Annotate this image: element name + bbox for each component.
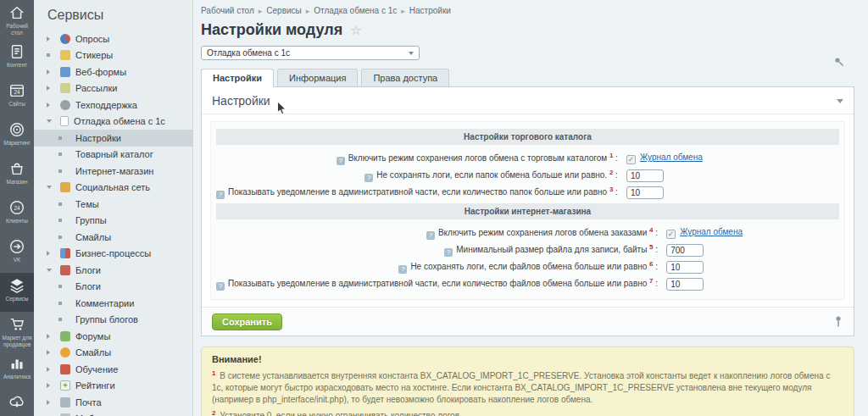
- setting-input-7[interactable]: [666, 278, 704, 291]
- sidebar-item-label: Рейтинги: [75, 380, 115, 391]
- sidebar-item[interactable]: Темы: [34, 196, 192, 213]
- sidebar-item[interactable]: Группы блогов: [34, 312, 192, 329]
- footnote-number: 2: [212, 409, 215, 416]
- breadcrumb: Рабочий стол▸Сервисы▸Отладка обмена с 1с…: [201, 6, 854, 15]
- sidebar-item[interactable]: Веб-формы: [34, 64, 192, 80]
- setting-input-5[interactable]: [666, 244, 704, 257]
- breadcrumb-link[interactable]: Рабочий стол: [201, 6, 254, 15]
- sidebar-item-label: Блоги: [75, 281, 101, 291]
- setting-label: ?Включить режим сохранения логов обмена …: [216, 225, 661, 241]
- sidebar-item[interactable]: Форумы: [34, 328, 192, 345]
- settings-row: ?Показывать уведомление в административн…: [216, 275, 839, 292]
- bizproc-icon: [60, 248, 70, 258]
- rail-item-label: Рабочий стол: [0, 23, 34, 36]
- services-icon: [8, 277, 25, 294]
- footnote-number: 3: [609, 186, 613, 193]
- sidebar-item[interactable]: Блоги: [34, 279, 192, 296]
- sidebar-item[interactable]: Смайлы: [34, 229, 192, 246]
- sidebar-item[interactable]: Опросы: [34, 31, 192, 47]
- bullet-icon: [58, 169, 67, 173]
- hint-icon[interactable]: ?: [337, 157, 345, 165]
- tab-item[interactable]: Права доступа: [361, 69, 449, 86]
- hint-icon[interactable]: ?: [364, 174, 373, 182]
- collapse-chevron-icon[interactable]: [837, 99, 843, 103]
- sidebar-item-label: Рассылки: [75, 83, 117, 93]
- warning-notes: 1 В системе устанавливается внутренняя к…: [212, 368, 843, 416]
- rail-item-market[interactable]: Маркет для продавцов: [0, 312, 34, 351]
- settings-row: ?Не сохранять логи, если папок обмена бо…: [216, 167, 839, 184]
- rail-item-analytics[interactable]: Аналитика: [0, 351, 34, 390]
- sidebar-item[interactable]: Бизнес-процессы: [34, 246, 192, 263]
- sidebar-item[interactable]: Техподдержка: [34, 97, 192, 114]
- setting-input-3[interactable]: [626, 186, 664, 199]
- rail-item-content[interactable]: Контент: [0, 39, 34, 78]
- hint-icon[interactable]: ?: [444, 248, 453, 257]
- rail-item-label: Сервисы: [6, 296, 29, 302]
- sidebar-item[interactable]: Рассылки: [34, 80, 192, 97]
- sidebar-item[interactable]: Стикеры: [34, 47, 192, 64]
- marketing-icon: [8, 121, 25, 138]
- sidebar-item[interactable]: Мобильное приложение: [34, 411, 192, 416]
- footnote-number: 7: [649, 277, 653, 285]
- breadcrumb-link[interactable]: Отладка обмена с 1с: [314, 6, 397, 15]
- exchange-journal-link[interactable]: Журнал обмена: [640, 153, 703, 162]
- rail-item-marketing[interactable]: Маркетинг: [0, 117, 34, 156]
- bullet-icon: [58, 285, 67, 288]
- footnote-number: 4: [649, 226, 653, 234]
- exchange-journal-link[interactable]: Журнал обмена: [680, 227, 743, 236]
- rail-item-services[interactable]: Сервисы: [0, 273, 34, 312]
- rail-item-clients[interactable]: 24Клиенты: [0, 195, 34, 234]
- shop-icon: [8, 160, 25, 177]
- sidebar-item[interactable]: Смайлы: [34, 345, 192, 362]
- sidebar-item[interactable]: Обучение: [34, 361, 192, 378]
- save-button[interactable]: Сохранить: [212, 313, 282, 330]
- warning-title: Внимание!: [212, 354, 843, 364]
- setting-value: [661, 258, 839, 275]
- pin-icon[interactable]: [833, 315, 843, 328]
- log-mode-checkbox[interactable]: ✓: [626, 155, 636, 164]
- mailing-icon: [60, 83, 70, 93]
- analytics-icon: [8, 355, 25, 372]
- sidebar-item[interactable]: Блоги: [34, 262, 192, 279]
- sidebar-item[interactable]: Интернет-магазин: [34, 163, 192, 180]
- settings-row: ?Включить режим сохранения логов обмена …: [216, 150, 839, 167]
- sidebar-menu: ОпросыСтикерыВеб-формыРассылкиТехподдерж…: [34, 31, 192, 416]
- rail-item-vk[interactable]: VK: [0, 234, 34, 273]
- rail-item-sites[interactable]: 24Сайты: [0, 78, 34, 117]
- rail-item-home[interactable]: Рабочий стол: [0, 0, 34, 39]
- sidebar-item[interactable]: Настройки: [34, 130, 192, 147]
- setting-input-6[interactable]: [666, 261, 704, 274]
- sidebar-item[interactable]: Группы: [34, 213, 192, 230]
- favorite-star-icon[interactable]: ☆: [350, 23, 361, 38]
- breadcrumb-link[interactable]: Настройки: [409, 6, 451, 15]
- content-icon: [8, 43, 25, 60]
- settings-table: ?Включить режим сохранения логов обмена …: [216, 150, 839, 201]
- sidebar-item-label: Смайлы: [75, 232, 111, 242]
- tab-active[interactable]: Настройки: [201, 69, 274, 87]
- sidebar-item[interactable]: Товарный каталог: [34, 147, 192, 164]
- rail-item-shop[interactable]: Магазин: [0, 156, 34, 195]
- hint-icon[interactable]: ?: [426, 231, 435, 240]
- sidebar-item[interactable]: Почта: [34, 394, 192, 411]
- mail-icon: [60, 397, 70, 408]
- sidebar-item-label: Веб-формы: [75, 67, 126, 77]
- sidebar-item-label: Настройки: [75, 133, 121, 143]
- setting-label: ?Показывать уведомление в административн…: [216, 184, 621, 201]
- rail-item-cloud[interactable]: [0, 390, 34, 416]
- sidebar-item[interactable]: Социальная сеть: [34, 180, 192, 197]
- setting-input-2[interactable]: [626, 169, 664, 182]
- sidebar-item[interactable]: Отладка обмена с 1с: [34, 114, 192, 130]
- module-select[interactable]: Отладка обмена с 1с: [201, 46, 420, 60]
- tab-item[interactable]: Информация: [277, 69, 358, 86]
- breadcrumb-link[interactable]: Сервисы: [266, 6, 301, 15]
- sidebar-item[interactable]: Комментарии: [34, 295, 192, 312]
- hint-icon[interactable]: ?: [216, 282, 225, 291]
- hint-icon[interactable]: ?: [216, 191, 225, 199]
- hint-icon[interactable]: ?: [398, 265, 407, 274]
- chevron-right-icon: [47, 36, 55, 42]
- footnote-number: 2: [609, 169, 613, 176]
- sidebar-item[interactable]: +Рейтинги: [34, 378, 192, 395]
- sidebar-item-label: Блоги: [75, 265, 101, 275]
- pin-icon[interactable]: [833, 56, 844, 67]
- log-mode-checkbox[interactable]: ✓: [666, 230, 676, 239]
